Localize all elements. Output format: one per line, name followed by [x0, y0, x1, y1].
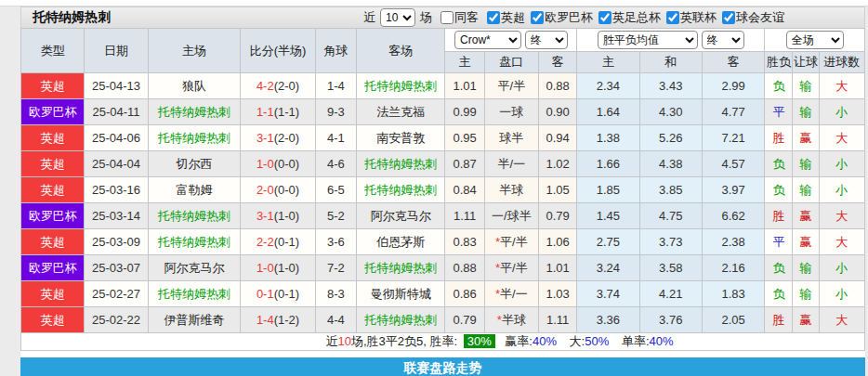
handicap-home-odds: 0.95	[445, 125, 484, 151]
result-goals: 大	[819, 73, 864, 99]
col-header-wdl-away: 客	[702, 52, 764, 73]
handicap-home-odds: 1.11	[445, 203, 484, 229]
league-filter-label: 英超	[501, 9, 525, 26]
avg-away-odds: 6.62	[702, 203, 764, 229]
result-wdl: 负	[765, 151, 793, 177]
league-filter-英超[interactable]: 英超	[481, 9, 525, 26]
home-team[interactable]: 伊普斯维奇	[148, 307, 241, 333]
handicap-away-odds: 1.11	[539, 307, 577, 333]
match-date: 25-04-06	[85, 125, 148, 151]
league-checkbox[interactable]	[598, 11, 612, 24]
handicap-home-odds: 0.87	[445, 151, 484, 177]
col-header-home: 主场	[148, 29, 241, 73]
score: 2-2(0-1)	[241, 229, 315, 255]
summary-count: 10	[337, 334, 350, 348]
col-header-handicap-line: 盘口	[484, 52, 538, 73]
league-filter-英足总杯[interactable]: 英足总杯	[593, 9, 661, 26]
league-checkbox[interactable]	[722, 11, 735, 24]
home-team[interactable]: 狼队	[148, 73, 241, 99]
handicap-away-odds: 1.06	[539, 229, 577, 255]
corner-score: 7-2	[315, 255, 356, 281]
home-team[interactable]: 托特纳姆热刺	[148, 99, 241, 125]
col-header-result-goals: 进球数	[819, 52, 864, 73]
home-team[interactable]: 托特纳姆热刺	[148, 229, 241, 255]
col-header-result-wdl: 胜负	[765, 52, 793, 73]
avg-home-odds: 2.34	[577, 73, 639, 99]
result-goals: 小	[819, 99, 864, 125]
match-date: 25-04-04	[85, 151, 148, 177]
wdl-avg-select[interactable]: 胜平负均值	[598, 31, 698, 49]
handicap-home-odds: 0.99	[445, 99, 484, 125]
match-date: 25-03-16	[85, 177, 148, 203]
league-checkbox[interactable]	[666, 11, 679, 24]
score: 3-1(1-0)	[241, 203, 315, 229]
result-handicap: 赢	[793, 229, 819, 255]
match-row: 欧罗巴杯25-03-07阿尔克马尔1-0(1-0)7-2托特纳姆热刺0.88*平…	[21, 255, 865, 281]
result-wdl: 负	[765, 255, 793, 281]
away-team[interactable]: 托特纳姆热刺	[356, 151, 445, 177]
result-goals: 小	[819, 255, 864, 281]
same-venue-filter[interactable]: 同客	[435, 9, 479, 26]
score: 1-1(1-1)	[241, 99, 315, 125]
result-goals: 大	[819, 203, 864, 229]
league-filter-group: 英超欧罗巴杯英足总杯英联杯球会友谊	[481, 9, 784, 26]
top-strip	[0, 0, 868, 6]
avg-home-odds: 1.66	[577, 151, 639, 177]
league-badge: 英超	[21, 73, 85, 99]
match-row: 英超25-03-16富勒姆2-0(0-0)6-5托特纳姆热刺0.84半球1.05…	[21, 177, 865, 203]
league-badge: 欧罗巴杯	[21, 99, 85, 125]
result-wdl: 胜	[765, 307, 793, 333]
away-team[interactable]: 伯恩茅斯	[356, 229, 445, 255]
home-team[interactable]: 切尔西	[148, 151, 241, 177]
score: 2-0(0-0)	[241, 177, 315, 203]
away-team[interactable]: 曼彻斯特城	[356, 281, 445, 307]
result-handicap: 赢	[793, 125, 819, 151]
fulltime-scope-select[interactable]: 全场	[786, 31, 844, 49]
avg-draw-odds: 3.58	[639, 255, 702, 281]
league-checkbox[interactable]	[487, 11, 500, 24]
away-team[interactable]: 托特纳姆热刺	[356, 177, 445, 203]
home-team[interactable]: 托特纳姆热刺	[148, 203, 241, 229]
avg-away-odds: 4.57	[702, 151, 764, 177]
league-badge: 英超	[21, 307, 85, 333]
league-checkbox[interactable]	[531, 11, 544, 24]
match-date: 25-03-09	[85, 229, 148, 255]
match-date: 25-03-14	[85, 203, 148, 229]
matches-table: 类型 日期 主场 比分(半场) 角球 客场 Crow* 终 胜平负均值 终 全场	[20, 28, 865, 351]
home-team[interactable]: 托特纳姆热刺	[148, 125, 241, 151]
avg-draw-odds: 4.30	[639, 99, 702, 125]
same-venue-checkbox[interactable]	[441, 11, 454, 24]
away-team[interactable]: 南安普敦	[356, 125, 445, 151]
avg-away-odds: 3.97	[702, 177, 764, 203]
away-team[interactable]: 阿尔克马尔	[356, 203, 445, 229]
away-team[interactable]: 托特纳姆热刺	[356, 73, 445, 99]
result-handicap: 输	[793, 255, 819, 281]
away-team[interactable]: 法兰克福	[356, 99, 445, 125]
result-wdl: 平	[765, 229, 793, 255]
odds-company-select[interactable]: Crow*	[454, 31, 521, 49]
handicap-final-select[interactable]: 终	[525, 31, 568, 49]
summary-prefix: 近	[325, 334, 337, 348]
handicap-away-odds: 1.05	[539, 177, 577, 203]
away-team[interactable]: 托特纳姆热刺	[356, 255, 445, 281]
result-wdl: 负	[765, 281, 793, 307]
recent-count-select[interactable]: 10	[380, 8, 415, 27]
wdl-final-select[interactable]: 终	[702, 31, 744, 49]
col-header-wdl-draw: 和	[639, 52, 702, 73]
home-team[interactable]: 富勒姆	[148, 177, 241, 203]
away-team[interactable]: 托特纳姆热刺	[356, 307, 445, 333]
match-row: 英超25-04-04切尔西1-0(0-0)4-6托特纳姆热刺0.87半/一1.0…	[21, 151, 865, 177]
home-team[interactable]: 阿尔克马尔	[148, 255, 241, 281]
handicap-line: *平/半	[484, 255, 538, 281]
league-filter-欧罗巴杯[interactable]: 欧罗巴杯	[525, 9, 593, 26]
avg-draw-odds: 4.21	[639, 281, 702, 307]
corner-score: 4-4	[315, 307, 356, 333]
same-venue-label: 同客	[454, 9, 479, 26]
handicap-line: *半/一	[484, 281, 538, 307]
league-filter-球会友谊[interactable]: 球会友谊	[717, 9, 784, 26]
league-filter-英联杯[interactable]: 英联杯	[661, 9, 717, 26]
summary-stat-value: 40%	[650, 334, 674, 348]
league-filter-label: 英联杯	[680, 9, 717, 26]
home-team[interactable]: 托特纳姆热刺	[148, 281, 241, 307]
handicap-away-odds: 1.02	[539, 151, 577, 177]
